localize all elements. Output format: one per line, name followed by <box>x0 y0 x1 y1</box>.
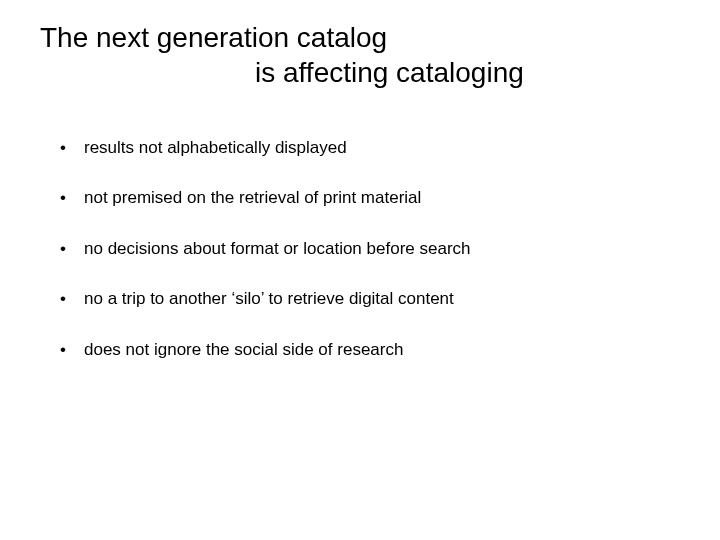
list-item: results not alphabetically displayed <box>60 138 680 158</box>
slide-title: The next generation catalog is affecting… <box>40 20 680 90</box>
bullet-list: results not alphabetically displayed not… <box>40 138 680 360</box>
title-line-1: The next generation catalog <box>40 20 680 55</box>
bullet-text: no a trip to another ‘silo’ to retrieve … <box>84 289 454 308</box>
list-item: does not ignore the social side of resea… <box>60 340 680 360</box>
slide: The next generation catalog is affecting… <box>0 0 720 540</box>
bullet-text: results not alphabetically displayed <box>84 138 347 157</box>
bullet-text: not premised on the retrieval of print m… <box>84 188 421 207</box>
bullet-text: does not ignore the social side of resea… <box>84 340 403 359</box>
title-line-2: is affecting cataloging <box>40 55 680 90</box>
list-item: not premised on the retrieval of print m… <box>60 188 680 208</box>
list-item: no decisions about format or location be… <box>60 239 680 259</box>
bullet-text: no decisions about format or location be… <box>84 239 471 258</box>
list-item: no a trip to another ‘silo’ to retrieve … <box>60 289 680 309</box>
